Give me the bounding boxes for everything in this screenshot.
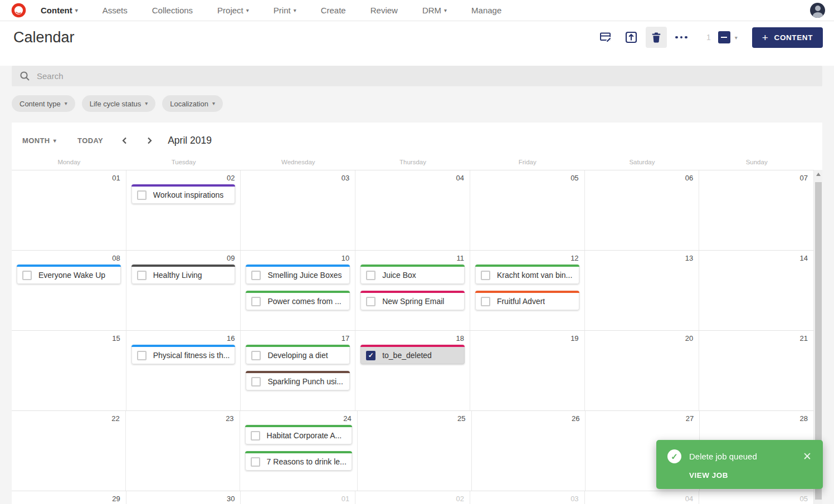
day-cell-15[interactable]: 15 <box>12 331 126 410</box>
day-cell-30[interactable]: 30 <box>126 491 241 504</box>
day-cell-23[interactable]: 23 <box>126 411 240 491</box>
event-checkbox[interactable] <box>481 297 490 306</box>
event-checkbox[interactable] <box>251 297 261 306</box>
day-cell-07[interactable]: 07 <box>699 170 814 250</box>
event-card[interactable]: 7 Reasons to drink le... <box>245 451 352 471</box>
nav-item-collections[interactable]: Collections <box>152 6 193 15</box>
day-cell-13[interactable]: 13 <box>585 251 700 330</box>
event-checkbox[interactable] <box>366 271 375 280</box>
delete-button[interactable] <box>646 27 667 48</box>
day-of-week-header: MondayTuesdayWednesdayThursdayFridaySatu… <box>12 159 814 170</box>
nav-item-print[interactable]: Print▾ <box>274 6 296 15</box>
more-options-button[interactable] <box>671 27 692 48</box>
day-cell-20[interactable]: 20 <box>585 331 700 410</box>
event-title: New Spring Email <box>382 297 444 306</box>
nav-item-manage[interactable]: Manage <box>471 6 501 15</box>
day-cell-18[interactable]: 18✓to_be_deleted <box>355 331 470 410</box>
nav-item-content[interactable]: Content▾ <box>41 6 78 15</box>
event-card[interactable]: Habitat Corporate A... <box>245 425 352 444</box>
event-checkbox[interactable] <box>481 271 490 280</box>
day-cell-02[interactable]: 02 <box>355 491 470 504</box>
day-cell-05[interactable]: 05 <box>699 491 814 504</box>
toast-close-icon[interactable]: ✕ <box>803 451 812 462</box>
day-cell-16[interactable]: 16Physical fitness is th... <box>126 331 241 410</box>
user-avatar[interactable] <box>810 3 825 18</box>
event-checkbox[interactable] <box>251 377 261 386</box>
event-checkbox[interactable] <box>251 431 260 441</box>
event-card[interactable]: Juice Box <box>360 265 465 284</box>
filter-pill-life-cycle-status[interactable]: Life cycle status▾ <box>82 95 156 112</box>
day-cell-14[interactable]: 14 <box>699 251 814 330</box>
toast-view-job-link[interactable]: VIEW JOB <box>689 471 812 479</box>
event-checkbox[interactable] <box>366 297 375 306</box>
next-month-button[interactable] <box>146 136 153 145</box>
day-cell-25[interactable]: 25 <box>358 411 472 491</box>
event-card[interactable]: Smelling Juice Boxes <box>246 265 350 284</box>
nav-item-project[interactable]: Project▾ <box>217 6 249 15</box>
event-card[interactable]: Kracht komt van bin... <box>475 265 579 284</box>
event-card[interactable]: Developing a diet <box>246 345 350 364</box>
event-checkbox[interactable] <box>251 271 261 280</box>
nav-item-drm[interactable]: DRM▾ <box>422 6 447 15</box>
event-card[interactable]: ✓to_be_deleted <box>360 345 465 364</box>
event-card[interactable]: New Spring Email <box>360 291 465 310</box>
day-cell-01[interactable]: 01 <box>241 491 355 504</box>
nav-item-review[interactable]: Review <box>370 6 398 15</box>
event-checkbox[interactable] <box>251 351 261 360</box>
day-cell-22[interactable]: 22 <box>12 411 126 491</box>
day-cell-19[interactable]: 19 <box>470 331 585 410</box>
nav-item-create[interactable]: Create <box>321 6 346 15</box>
day-number: 18 <box>456 334 464 342</box>
event-card[interactable]: Physical fitness is th... <box>131 345 236 364</box>
day-cell-12[interactable]: 12Kracht komt van bin...Fruitful Advert <box>470 251 585 330</box>
day-cell-29[interactable]: 29 <box>12 491 126 504</box>
event-card[interactable]: Healthy Living <box>131 265 236 284</box>
day-number: 20 <box>685 334 693 342</box>
day-number: 04 <box>456 174 464 182</box>
event-title: Physical fitness is th... <box>153 351 230 360</box>
event-card[interactable]: Workout inspirations <box>131 184 236 204</box>
day-cell-03[interactable]: 03 <box>470 491 585 504</box>
today-button[interactable]: TODAY <box>77 136 103 145</box>
day-cell-06[interactable]: 06 <box>585 170 700 250</box>
event-card[interactable]: Power comes from ... <box>246 291 350 310</box>
day-cell-21[interactable]: 21 <box>699 331 814 410</box>
filter-pill-localization[interactable]: Localization▾ <box>162 95 223 112</box>
data-edit-button[interactable] <box>596 27 617 48</box>
search-input[interactable] <box>37 71 815 81</box>
scroll-up-icon[interactable] <box>814 170 822 179</box>
event-checkbox[interactable]: ✓ <box>366 351 375 360</box>
event-card[interactable]: Everyone Wake Up <box>17 265 121 284</box>
day-cell-11[interactable]: 11Juice BoxNew Spring Email <box>355 251 470 330</box>
selection-count: 1 <box>706 33 711 42</box>
day-cell-26[interactable]: 26 <box>472 411 586 491</box>
bulk-select-checkbox[interactable] <box>718 31 730 43</box>
event-checkbox[interactable] <box>22 271 32 280</box>
day-cell-05[interactable]: 05 <box>470 170 585 250</box>
add-content-button[interactable]: + CONTENT <box>752 27 823 48</box>
event-checkbox[interactable] <box>137 190 147 200</box>
day-cell-24[interactable]: 24Habitat Corporate A...7 Reasons to dri… <box>240 411 358 491</box>
export-button[interactable] <box>621 27 642 48</box>
day-cell-17[interactable]: 17Developing a dietSparkling Punch usi..… <box>241 331 355 410</box>
search-bar[interactable] <box>12 66 822 86</box>
event-checkbox[interactable] <box>137 271 147 280</box>
day-cell-08[interactable]: 08Everyone Wake Up <box>12 251 126 330</box>
filter-pill-content-type[interactable]: Content type▾ <box>12 95 75 112</box>
day-cell-03[interactable]: 03 <box>241 170 355 250</box>
day-cell-10[interactable]: 10Smelling Juice BoxesPower comes from .… <box>241 251 355 330</box>
day-cell-04[interactable]: 04 <box>355 170 470 250</box>
event-checkbox[interactable] <box>137 351 147 360</box>
bulk-select-chevron-icon[interactable]: ▾ <box>735 35 738 41</box>
event-checkbox[interactable] <box>251 457 260 467</box>
event-card[interactable]: Sparkling Punch usi... <box>246 371 350 390</box>
brand-logo-icon[interactable] <box>11 3 26 18</box>
event-card[interactable]: Fruitful Advert <box>475 291 579 310</box>
day-cell-09[interactable]: 09Healthy Living <box>126 251 241 330</box>
day-cell-01[interactable]: 01 <box>12 170 126 250</box>
day-cell-02[interactable]: 02Workout inspirations <box>126 170 241 250</box>
day-cell-04[interactable]: 04 <box>585 491 700 504</box>
previous-month-button[interactable] <box>121 136 128 145</box>
nav-item-assets[interactable]: Assets <box>103 6 128 15</box>
view-select-dropdown[interactable]: MONTH ▾ <box>22 136 56 145</box>
